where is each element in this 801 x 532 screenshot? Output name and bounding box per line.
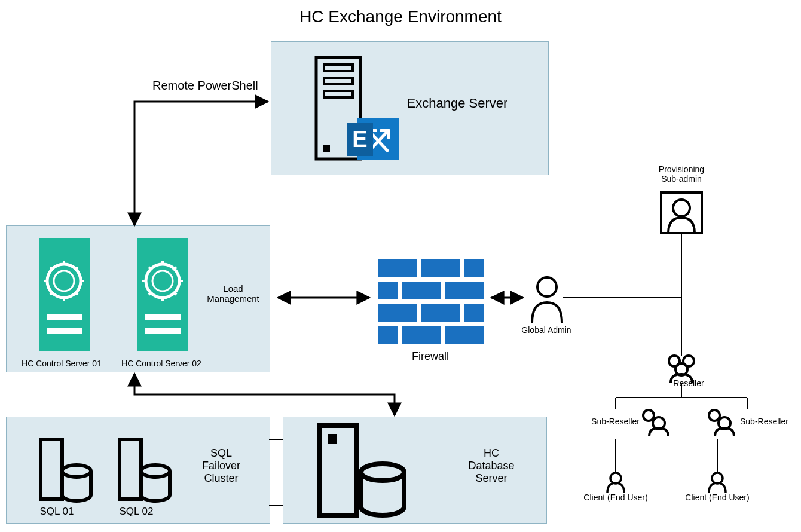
svg-rect-25	[378, 326, 398, 344]
exchange-server-label: Exchange Server	[398, 96, 517, 111]
svg-rect-21	[445, 282, 484, 299]
sql-failover-label: SQL Failover Cluster	[188, 447, 254, 485]
sql02-label: SQL 02	[112, 506, 160, 518]
svg-rect-46	[661, 192, 702, 233]
hc-db-server-label: HC Database Server	[455, 447, 527, 485]
reseller-label: Reseller	[665, 378, 713, 388]
arrow-control-to-db	[134, 374, 395, 415]
svg-point-55	[610, 473, 621, 484]
sub-reseller-left-icon	[643, 410, 668, 436]
svg-point-48	[669, 356, 680, 366]
client-left-icon	[607, 473, 624, 493]
svg-rect-23	[421, 304, 460, 322]
svg-rect-19	[378, 282, 398, 299]
svg-point-52	[653, 417, 665, 429]
global-admin-icon	[532, 277, 562, 323]
svg-rect-22	[378, 304, 417, 322]
sub-reseller-right-icon	[709, 410, 734, 436]
connector-sql-to-db	[269, 439, 283, 505]
svg-rect-17	[421, 259, 460, 277]
hierarchy-lines	[563, 234, 747, 472]
svg-point-49	[683, 356, 694, 366]
svg-rect-16	[378, 259, 417, 277]
svg-point-28	[537, 277, 557, 296]
svg-point-54	[719, 417, 730, 429]
provisioning-label: Provisioning Sub-admin	[646, 164, 717, 184]
svg-rect-20	[402, 282, 441, 299]
client-left-label: Client (End User)	[580, 493, 652, 502]
arrow-control-to-exchange	[134, 102, 268, 225]
firewall-label: Firewall	[400, 350, 460, 363]
sub-reseller-right-label: Sub-Reseller	[740, 417, 800, 426]
svg-rect-27	[445, 326, 484, 344]
svg-rect-26	[402, 326, 441, 344]
remote-powershell-label: Remote PowerShell	[152, 79, 258, 93]
client-right-icon	[709, 473, 726, 493]
svg-point-50	[675, 363, 687, 375]
firewall-icon	[378, 259, 484, 344]
hc-control-01-label: HC Control Server 01	[17, 359, 106, 368]
svg-rect-18	[464, 259, 484, 277]
svg-point-53	[709, 410, 720, 421]
diagram-title: HC Exchange Environment	[0, 7, 801, 26]
load-management-label: Load Management	[203, 283, 263, 304]
provisioning-subadmin-icon	[661, 192, 702, 233]
hc-control-02-label: HC Control Server 02	[117, 359, 206, 368]
sub-reseller-left-label: Sub-Reseller	[580, 417, 640, 426]
svg-point-47	[673, 200, 690, 216]
svg-point-56	[712, 473, 723, 484]
svg-rect-24	[464, 304, 484, 322]
client-right-label: Client (End User)	[681, 493, 753, 502]
svg-point-51	[643, 410, 654, 421]
global-admin-label: Global Admin	[516, 325, 576, 335]
sql01-label: SQL 01	[33, 506, 81, 518]
